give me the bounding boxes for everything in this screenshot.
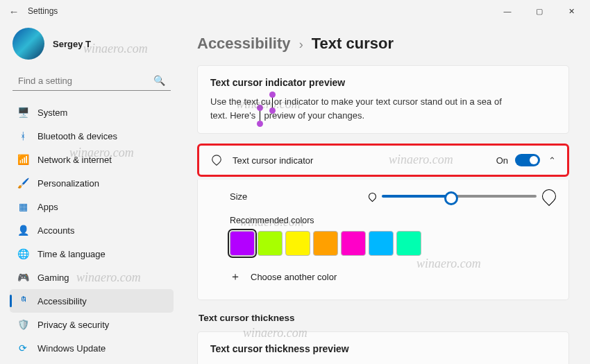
color-swatch-2[interactable] <box>285 231 310 256</box>
search-input-wrapper[interactable]: 🔍 <box>12 71 171 91</box>
sidebar-item-label: Privacy & security <box>37 320 109 330</box>
sidebar-item-label: Accessibility <box>37 296 87 306</box>
apps-icon: ▦ <box>17 200 29 213</box>
sidebar-item-label: Time & language <box>37 249 106 259</box>
indicator-toggle[interactable] <box>515 154 540 166</box>
minimize-button[interactable]: — <box>491 0 523 22</box>
breadcrumb-current: Text cursor <box>312 35 394 52</box>
bluetooth-icon: ᚼ <box>17 130 29 142</box>
close-button[interactable]: ✕ <box>555 0 587 22</box>
plus-icon: ＋ <box>230 270 241 284</box>
indicator-label: Text cursor indicator <box>233 155 496 166</box>
size-min-icon <box>367 191 378 202</box>
sidebar-item-bluetooth[interactable]: ᚼBluetooth & devices <box>10 124 174 148</box>
back-button[interactable]: ← <box>3 6 25 17</box>
time-icon: 🌐 <box>17 248 29 260</box>
accounts-icon: 👤 <box>17 224 29 236</box>
color-swatch-5[interactable] <box>369 231 394 256</box>
personalization-icon: 🖌️ <box>17 177 29 189</box>
text-cursor-indicator-row[interactable]: Text cursor indicator On ⌃ <box>197 144 569 177</box>
update-icon: ⟳ <box>17 342 29 354</box>
sidebar-item-label: Personalization <box>37 178 99 189</box>
sidebar-item-apps[interactable]: ▦Apps <box>10 195 174 218</box>
preview-heading: Text cursor indicator preview <box>210 77 556 88</box>
sidebar-item-personalization[interactable]: 🖌️Personalization <box>10 171 174 195</box>
cursor-indicator-demo-1 <box>272 98 273 107</box>
thickness-preview-card: Text cursor thickness preview Here's a p… <box>197 331 569 364</box>
sidebar-item-network[interactable]: 📶Network & internet <box>10 148 174 171</box>
sidebar-item-label: Apps <box>37 202 58 212</box>
color-swatch-4[interactable] <box>341 231 366 256</box>
size-slider[interactable] <box>382 195 537 198</box>
sidebar-item-label: Accounts <box>37 225 74 236</box>
chevron-up-icon[interactable]: ⌃ <box>548 155 556 166</box>
search-icon: 🔍 <box>153 75 165 86</box>
sidebar-item-time[interactable]: 🌐Time & language <box>10 242 174 266</box>
user-name: Sergey T <box>53 39 91 49</box>
system-icon: 🖥️ <box>17 106 29 119</box>
color-swatch-6[interactable] <box>396 231 421 256</box>
chevron-right-icon: › <box>299 37 303 51</box>
indicator-icon <box>210 154 223 166</box>
choose-another-color[interactable]: ＋ Choose another color <box>230 267 556 287</box>
thickness-preview-heading: Text cursor thickness preview <box>210 343 556 354</box>
network-icon: 📶 <box>17 153 29 166</box>
window-title: Settings <box>28 6 58 16</box>
color-swatch-1[interactable] <box>258 231 283 256</box>
sidebar-item-update[interactable]: ⟳Windows Update <box>10 336 174 360</box>
indicator-subpanel: Size Recommended colors ＋ Choose another… <box>197 180 569 300</box>
sidebar-item-gaming[interactable]: 🎮Gaming <box>10 266 174 289</box>
breadcrumb-parent[interactable]: Accessibility <box>197 35 291 52</box>
breadcrumb: Accessibility › Text cursor <box>197 35 569 53</box>
size-label: Size <box>230 191 369 202</box>
privacy-icon: 🛡️ <box>17 318 29 331</box>
sidebar-item-system[interactable]: 🖥️System <box>10 101 174 124</box>
cursor-indicator-demo-2 <box>260 111 260 121</box>
gaming-icon: 🎮 <box>17 271 29 284</box>
thickness-preview-text: Here's a preview of your changes <box>210 361 516 364</box>
color-swatch-0[interactable] <box>230 231 255 256</box>
maximize-button[interactable]: ▢ <box>523 0 555 22</box>
color-swatch-3[interactable] <box>313 231 338 256</box>
preview-text: Use the text cuor indicator to make your… <box>210 95 516 122</box>
indicator-state: On <box>496 155 508 166</box>
recommended-colors-label: Recommended colors <box>230 216 556 225</box>
user-avatar[interactable] <box>12 28 44 60</box>
thickness-section-title: Text cursor thickness <box>199 313 569 323</box>
search-input[interactable] <box>18 76 153 86</box>
sidebar-item-label: System <box>37 107 67 118</box>
sidebar-item-label: Windows Update <box>37 343 106 354</box>
preview-card: Text cursor indicator preview Use the te… <box>197 65 569 134</box>
sidebar-item-label: Gaming <box>37 272 69 283</box>
sidebar-item-label: Network & internet <box>37 155 112 165</box>
accessibility-icon: ༀ <box>17 295 29 307</box>
sidebar-item-accessibility[interactable]: ༀAccessibility <box>10 289 174 313</box>
sidebar-item-accounts[interactable]: 👤Accounts <box>10 218 174 242</box>
sidebar-item-privacy[interactable]: 🛡️Privacy & security <box>10 313 174 336</box>
size-max-icon <box>539 187 559 206</box>
sidebar-item-label: Bluetooth & devices <box>37 131 117 141</box>
